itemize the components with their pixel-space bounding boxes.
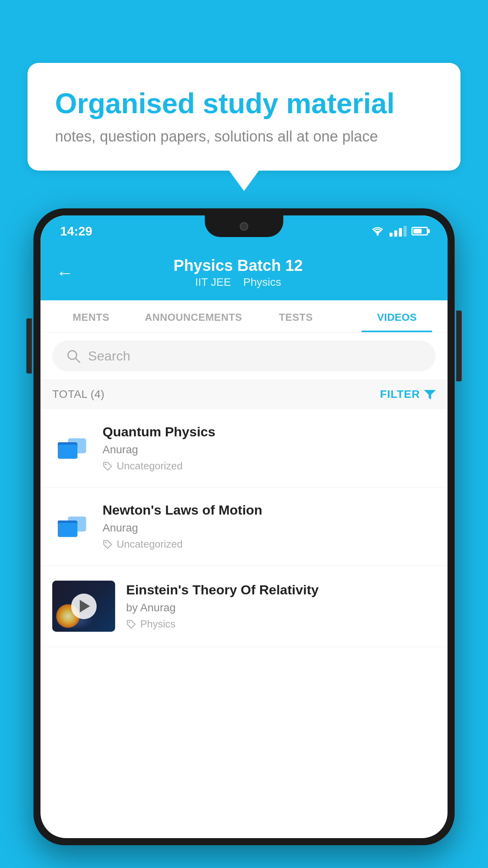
video-tag: Uncategorized: [103, 538, 436, 550]
video-tag: Uncategorized: [103, 460, 436, 472]
tag-text: Physics: [140, 618, 176, 630]
back-button[interactable]: ←: [56, 263, 73, 283]
svg-marker-3: [424, 390, 436, 399]
speech-bubble: Organised study material notes, question…: [28, 63, 460, 171]
tag-text: Uncategorized: [117, 460, 183, 472]
svg-line-2: [75, 358, 80, 362]
tab-bar: MENTS ANNOUNCEMENTS TESTS VIDEOS: [40, 300, 448, 333]
phone-inner: 14:29: [40, 215, 448, 838]
header-subtitle: IIT JEE Physics: [85, 276, 391, 289]
video-title: Newton's Laws of Motion: [103, 502, 436, 518]
video-list: Quantum Physics Anurag Uncategorized: [40, 409, 448, 647]
svg-rect-7: [58, 445, 77, 459]
speech-bubble-heading: Organised study material: [55, 86, 433, 120]
search-container: Search: [40, 333, 448, 379]
file-icon-container: [52, 507, 92, 546]
play-triangle-icon: [80, 600, 90, 612]
header-title: Physics Batch 12: [85, 257, 391, 274]
header-subtitle-iitjee: IIT JEE: [195, 276, 231, 288]
tab-ments[interactable]: MENTS: [40, 300, 141, 332]
status-bar-time: 14:29: [60, 224, 92, 239]
notch-camera: [240, 222, 248, 231]
video-info: Newton's Laws of Motion Anurag Uncategor…: [103, 502, 436, 550]
video-title: Einstein's Theory Of Relativity: [126, 582, 436, 598]
total-label: TOTAL (4): [52, 388, 105, 401]
svg-point-14: [128, 622, 130, 623]
thumbnail-bg: [52, 581, 115, 632]
filter-icon: [424, 388, 436, 400]
video-tag: Physics: [126, 618, 436, 630]
video-info: Quantum Physics Anurag Uncategorized: [103, 424, 436, 472]
phone-mockup: 14:29: [33, 208, 455, 868]
tag-text: Uncategorized: [117, 538, 183, 550]
tab-videos[interactable]: VIDEOS: [347, 300, 448, 332]
svg-point-8: [105, 463, 106, 465]
battery-fill: [413, 229, 422, 234]
list-item[interactable]: Quantum Physics Anurag Uncategorized: [40, 409, 448, 487]
video-title: Quantum Physics: [103, 424, 436, 440]
header-title-area: Physics Batch 12 IIT JEE Physics: [85, 257, 391, 289]
status-icons: [371, 226, 428, 237]
wifi-icon: [371, 226, 385, 236]
tab-tests[interactable]: TESTS: [245, 300, 346, 332]
list-item[interactable]: Newton's Laws of Motion Anurag Uncategor…: [40, 487, 448, 566]
notch: [205, 215, 283, 237]
speech-bubble-container: Organised study material notes, question…: [28, 63, 460, 171]
list-item[interactable]: Einstein's Theory Of Relativity by Anura…: [40, 566, 448, 647]
filter-row: TOTAL (4) FILTER: [40, 379, 448, 409]
play-button[interactable]: [71, 594, 97, 619]
folder-icon: [56, 432, 88, 464]
tab-announcements[interactable]: ANNOUNCEMENTS: [141, 300, 245, 332]
video-author: by Anurag: [126, 601, 436, 614]
filter-button[interactable]: FILTER: [380, 388, 436, 401]
svg-rect-12: [58, 523, 77, 537]
svg-point-13: [105, 542, 106, 543]
video-info: Einstein's Theory Of Relativity by Anura…: [126, 582, 436, 630]
search-icon: [66, 349, 81, 364]
battery-icon: [411, 227, 428, 235]
speech-bubble-subtext: notes, question papers, solutions all at…: [55, 128, 433, 145]
tag-icon: [103, 461, 113, 471]
video-thumbnail: [52, 581, 115, 632]
search-placeholder: Search: [88, 348, 130, 364]
file-icon-container: [52, 428, 92, 468]
tag-icon: [126, 619, 136, 629]
folder-icon: [56, 511, 88, 542]
status-bar: 14:29: [40, 215, 448, 247]
header-subtitle-physics: Physics: [243, 276, 281, 288]
signal-bars: [389, 226, 407, 237]
phone-outer: 14:29: [33, 208, 455, 845]
svg-point-0: [377, 234, 379, 236]
tag-icon: [103, 539, 113, 550]
filter-label: FILTER: [380, 388, 420, 401]
app-header: ← Physics Batch 12 IIT JEE Physics: [40, 247, 448, 300]
search-bar[interactable]: Search: [52, 340, 436, 371]
video-author: Anurag: [103, 522, 436, 534]
video-author: Anurag: [103, 443, 436, 456]
